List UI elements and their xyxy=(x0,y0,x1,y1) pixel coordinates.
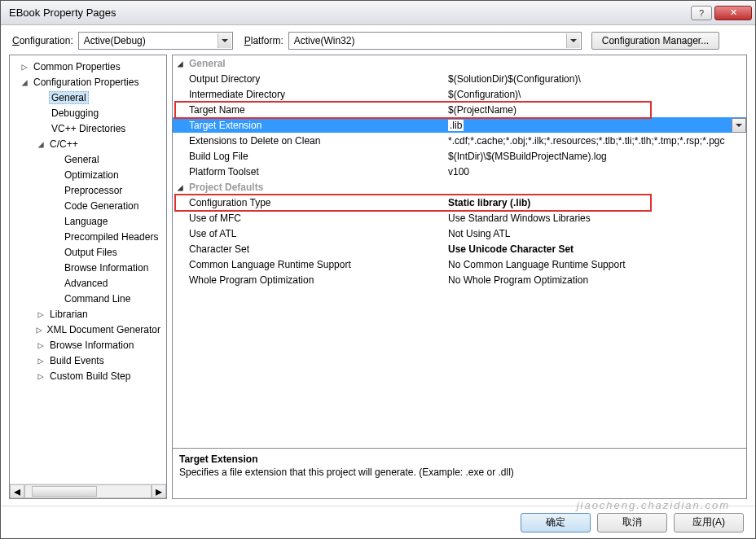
chevron-down-icon xyxy=(566,33,580,48)
close-button[interactable]: ✕ xyxy=(714,6,752,20)
grid-row-character-set[interactable]: Character SetUse Unicode Character Set xyxy=(173,241,746,256)
value-dropdown-button[interactable] xyxy=(732,118,746,133)
titlebar: EBook Property Pages ? ✕ xyxy=(1,1,755,25)
grid-row-output-directory[interactable]: Output Directory$(SolutionDir)$(Configur… xyxy=(173,71,746,86)
platform-label: Platform: xyxy=(244,35,284,46)
grid-row-intermediate-directory[interactable]: Intermediate Directory$(Configuration)\ xyxy=(173,86,746,102)
tree-item-xml-doc[interactable]: ▷XML Document Generator xyxy=(10,322,166,337)
tree-item-optimization[interactable]: Optimization xyxy=(10,167,166,182)
grid-category-general[interactable]: ◢General xyxy=(173,55,746,71)
scroll-track[interactable] xyxy=(24,484,152,498)
grid-body: ◢General Output Directory$(SolutionDir)$… xyxy=(173,55,746,448)
apply-button[interactable]: 应用(A) xyxy=(674,513,744,532)
property-pages-window: EBook Property Pages ? ✕ CConfiguration:… xyxy=(0,0,756,539)
collapse-icon[interactable]: ◢ xyxy=(20,77,29,88)
tree-item-vcpp-directories[interactable]: VC++ Directories xyxy=(10,121,166,136)
right-pane: ◢General Output Directory$(SolutionDir)$… xyxy=(172,55,747,499)
grid-row-platform-toolset[interactable]: Platform Toolsetv100 xyxy=(173,164,746,179)
tree-item-ccpp-general[interactable]: General xyxy=(10,151,166,167)
grid-row-whole-prog-opt[interactable]: Whole Program OptimizationNo Whole Progr… xyxy=(173,272,746,287)
tree-item-custom-build-step[interactable]: ▷Custom Build Step xyxy=(10,368,166,383)
expand-icon[interactable]: ▷ xyxy=(36,355,46,366)
collapse-icon[interactable]: ◢ xyxy=(173,182,187,193)
tree-horizontal-scrollbar[interactable]: ◂ ▸ xyxy=(10,484,166,498)
collapse-icon[interactable]: ◢ xyxy=(36,138,46,150)
grid-row-use-of-atl[interactable]: Use of ATLNot Using ATL xyxy=(173,226,746,241)
tree[interactable]: ▷Common Properties ◢Configuration Proper… xyxy=(10,55,166,484)
tree-item-debugging[interactable]: Debugging xyxy=(10,105,166,121)
grid-row-extensions-delete[interactable]: Extensions to Delete on Clean*.cdf;*.cac… xyxy=(173,133,746,148)
tree-item-ccpp[interactable]: ◢C/C++ xyxy=(10,136,166,151)
scroll-thumb[interactable] xyxy=(32,486,97,497)
tree-item-language[interactable]: Language xyxy=(10,213,166,229)
grid-category-project-defaults[interactable]: ◢Project Defaults xyxy=(173,179,746,195)
grid-row-use-of-mfc[interactable]: Use of MFCUse Standard Windows Libraries xyxy=(173,210,746,226)
tree-item-output-files[interactable]: Output Files xyxy=(10,244,166,260)
config-bar: CConfiguration:onfiguration: Active(Debu… xyxy=(1,25,755,55)
configuration-value: Active(Debug) xyxy=(84,35,146,46)
collapse-icon[interactable]: ◢ xyxy=(173,58,187,69)
chevron-down-icon xyxy=(218,33,231,48)
help-description: Specifies a file extension that this pro… xyxy=(179,467,740,478)
configuration-manager-button[interactable]: Configuration Manager... xyxy=(591,32,719,50)
expand-icon[interactable]: ▷ xyxy=(36,309,46,320)
tree-item-code-generation[interactable]: Code Generation xyxy=(10,198,166,213)
help-button[interactable]: ? xyxy=(691,6,712,20)
tree-item-advanced[interactable]: Advanced xyxy=(10,275,166,291)
tree-pane: ▷Common Properties ◢Configuration Proper… xyxy=(9,55,167,499)
watermark-text: jiaocheng.chazidian.com xyxy=(577,499,730,511)
scroll-right-icon[interactable]: ▸ xyxy=(152,484,166,498)
grid-row-target-name[interactable]: Target Name$(ProjectName) xyxy=(173,102,746,117)
body: ▷Common Properties ◢Configuration Proper… xyxy=(1,55,755,506)
help-title: Target Extension xyxy=(179,454,740,465)
grid-row-configuration-type[interactable]: Configuration TypeStatic library (.lib) xyxy=(173,195,746,210)
window-title: EBook Property Pages xyxy=(9,7,116,19)
property-grid: ◢General Output Directory$(SolutionDir)$… xyxy=(172,55,747,449)
expand-icon[interactable]: ▷ xyxy=(20,61,29,72)
platform-combo[interactable]: Active(Win32) xyxy=(288,32,582,50)
expand-icon[interactable]: ▷ xyxy=(36,340,46,351)
tree-item-pch[interactable]: Precompiled Headers xyxy=(10,229,166,244)
expand-icon[interactable]: ▷ xyxy=(36,324,42,335)
help-panel: Target Extension Specifies a file extens… xyxy=(172,449,747,499)
window-buttons: ? ✕ xyxy=(691,6,752,20)
ok-button[interactable]: 确定 xyxy=(521,513,591,532)
configuration-label: CConfiguration:onfiguration: xyxy=(12,35,73,46)
grid-row-target-extension[interactable]: Target Extension.lib xyxy=(173,117,746,133)
tree-item-general[interactable]: General xyxy=(10,90,166,105)
tree-item-librarian[interactable]: ▷Librarian xyxy=(10,306,166,322)
target-extension-input[interactable]: .lib xyxy=(448,120,464,131)
tree-item-preprocessor[interactable]: Preprocessor xyxy=(10,182,166,198)
tree-item-browse-info[interactable]: Browse Information xyxy=(10,260,166,275)
tree-item-common-properties[interactable]: ▷Common Properties xyxy=(10,59,166,74)
platform-value: Active(Win32) xyxy=(294,35,355,46)
expand-icon[interactable]: ▷ xyxy=(36,370,46,382)
tree-item-command-line[interactable]: Command Line xyxy=(10,291,166,306)
tree-item-configuration-properties[interactable]: ◢Configuration Properties xyxy=(10,74,166,90)
cancel-button[interactable]: 取消 xyxy=(597,513,667,532)
tree-item-build-events[interactable]: ▷Build Events xyxy=(10,353,166,368)
configuration-combo[interactable]: Active(Debug) xyxy=(78,32,233,50)
grid-row-clr-support[interactable]: Common Language Runtime SupportNo Common… xyxy=(173,256,746,272)
grid-row-build-log-file[interactable]: Build Log File$(IntDir)\$(MSBuildProject… xyxy=(173,148,746,164)
scroll-left-icon[interactable]: ◂ xyxy=(10,484,24,498)
tree-item-browse-info-top[interactable]: ▷Browse Information xyxy=(10,337,166,353)
